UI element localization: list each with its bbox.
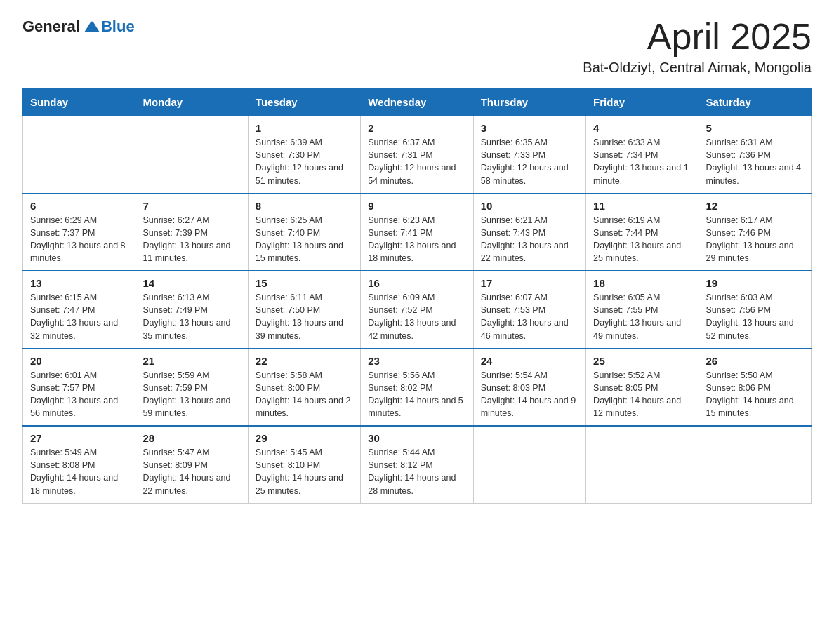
day-info: Sunrise: 6:37 AM Sunset: 7:31 PM Dayligh… <box>368 136 465 187</box>
day-info: Sunrise: 6:39 AM Sunset: 7:30 PM Dayligh… <box>256 136 353 187</box>
calendar-cell <box>699 426 811 503</box>
day-number: 30 <box>368 432 465 444</box>
calendar-cell: 26Sunrise: 5:50 AM Sunset: 8:06 PM Dayli… <box>699 349 811 427</box>
calendar-cell: 25Sunrise: 5:52 AM Sunset: 8:05 PM Dayli… <box>586 349 699 427</box>
calendar-cell: 4Sunrise: 6:33 AM Sunset: 7:34 PM Daylig… <box>586 116 699 194</box>
calendar-week-2: 6Sunrise: 6:29 AM Sunset: 7:37 PM Daylig… <box>23 194 812 271</box>
calendar-table: SundayMondayTuesdayWednesdayThursdayFrid… <box>22 88 812 504</box>
calendar-cell: 28Sunrise: 5:47 AM Sunset: 8:09 PM Dayli… <box>135 426 248 503</box>
day-info: Sunrise: 6:15 AM Sunset: 7:47 PM Dayligh… <box>30 291 128 342</box>
calendar-cell: 18Sunrise: 6:05 AM Sunset: 7:55 PM Dayli… <box>586 271 699 349</box>
logo-icon <box>81 17 101 36</box>
day-info: Sunrise: 5:47 AM Sunset: 8:09 PM Dayligh… <box>143 446 240 497</box>
day-number: 27 <box>30 432 128 444</box>
calendar-cell: 19Sunrise: 6:03 AM Sunset: 7:56 PM Dayli… <box>699 271 811 349</box>
calendar-cell: 11Sunrise: 6:19 AM Sunset: 7:44 PM Dayli… <box>586 194 699 271</box>
day-info: Sunrise: 6:19 AM Sunset: 7:44 PM Dayligh… <box>593 214 691 265</box>
day-number: 24 <box>481 355 578 367</box>
day-info: Sunrise: 6:25 AM Sunset: 7:40 PM Dayligh… <box>256 214 353 265</box>
day-number: 23 <box>368 355 465 367</box>
weekday-header-sunday: Sunday <box>23 89 135 116</box>
calendar-cell: 20Sunrise: 6:01 AM Sunset: 7:57 PM Dayli… <box>23 349 135 427</box>
day-info: Sunrise: 5:54 AM Sunset: 8:03 PM Dayligh… <box>481 369 578 420</box>
day-info: Sunrise: 6:21 AM Sunset: 7:43 PM Dayligh… <box>481 214 578 265</box>
day-info: Sunrise: 5:58 AM Sunset: 8:00 PM Dayligh… <box>256 369 353 420</box>
calendar-cell <box>23 116 135 194</box>
calendar-cell: 6Sunrise: 6:29 AM Sunset: 7:37 PM Daylig… <box>23 194 135 271</box>
day-info: Sunrise: 6:17 AM Sunset: 7:46 PM Dayligh… <box>706 214 804 265</box>
day-number: 15 <box>256 277 353 289</box>
day-number: 19 <box>706 277 804 289</box>
calendar-cell: 23Sunrise: 5:56 AM Sunset: 8:02 PM Dayli… <box>361 349 473 427</box>
day-info: Sunrise: 6:09 AM Sunset: 7:52 PM Dayligh… <box>368 291 465 342</box>
logo: General Blue <box>22 17 135 36</box>
calendar-cell: 5Sunrise: 6:31 AM Sunset: 7:36 PM Daylig… <box>699 116 811 194</box>
calendar-cell: 10Sunrise: 6:21 AM Sunset: 7:43 PM Dayli… <box>473 194 585 271</box>
calendar-cell: 29Sunrise: 5:45 AM Sunset: 8:10 PM Dayli… <box>248 426 360 503</box>
weekday-header-wednesday: Wednesday <box>361 89 473 116</box>
day-info: Sunrise: 6:07 AM Sunset: 7:53 PM Dayligh… <box>481 291 578 342</box>
day-number: 4 <box>593 122 691 134</box>
day-info: Sunrise: 6:11 AM Sunset: 7:50 PM Dayligh… <box>256 291 353 342</box>
day-info: Sunrise: 6:05 AM Sunset: 7:55 PM Dayligh… <box>593 291 691 342</box>
calendar-cell: 2Sunrise: 6:37 AM Sunset: 7:31 PM Daylig… <box>361 116 473 194</box>
weekday-header-monday: Monday <box>135 89 248 116</box>
day-info: Sunrise: 5:50 AM Sunset: 8:06 PM Dayligh… <box>706 369 804 420</box>
day-info: Sunrise: 5:56 AM Sunset: 8:02 PM Dayligh… <box>368 369 465 420</box>
day-info: Sunrise: 6:29 AM Sunset: 7:37 PM Dayligh… <box>30 214 128 265</box>
day-info: Sunrise: 6:23 AM Sunset: 7:41 PM Dayligh… <box>368 214 465 265</box>
weekday-header-friday: Friday <box>586 89 699 116</box>
day-number: 14 <box>143 277 240 289</box>
day-number: 1 <box>256 122 353 134</box>
calendar-cell: 15Sunrise: 6:11 AM Sunset: 7:50 PM Dayli… <box>248 271 360 349</box>
day-number: 18 <box>593 277 691 289</box>
calendar-cell: 12Sunrise: 6:17 AM Sunset: 7:46 PM Dayli… <box>699 194 811 271</box>
day-info: Sunrise: 6:35 AM Sunset: 7:33 PM Dayligh… <box>481 136 578 187</box>
day-info: Sunrise: 5:45 AM Sunset: 8:10 PM Dayligh… <box>256 446 353 497</box>
calendar-cell <box>586 426 699 503</box>
calendar-cell: 7Sunrise: 6:27 AM Sunset: 7:39 PM Daylig… <box>135 194 248 271</box>
day-number: 8 <box>256 200 353 212</box>
day-number: 29 <box>256 432 353 444</box>
day-info: Sunrise: 6:33 AM Sunset: 7:34 PM Dayligh… <box>593 136 691 187</box>
day-info: Sunrise: 6:01 AM Sunset: 7:57 PM Dayligh… <box>30 369 128 420</box>
calendar-week-3: 13Sunrise: 6:15 AM Sunset: 7:47 PM Dayli… <box>23 271 812 349</box>
day-info: Sunrise: 5:59 AM Sunset: 7:59 PM Dayligh… <box>143 369 240 420</box>
weekday-header-tuesday: Tuesday <box>248 89 360 116</box>
calendar-header: SundayMondayTuesdayWednesdayThursdayFrid… <box>23 89 812 116</box>
day-number: 28 <box>143 432 240 444</box>
weekday-header-saturday: Saturday <box>699 89 811 116</box>
day-info: Sunrise: 5:52 AM Sunset: 8:05 PM Dayligh… <box>593 369 691 420</box>
day-number: 16 <box>368 277 465 289</box>
day-number: 20 <box>30 355 128 367</box>
day-info: Sunrise: 5:44 AM Sunset: 8:12 PM Dayligh… <box>368 446 465 497</box>
day-number: 6 <box>30 200 128 212</box>
day-number: 2 <box>368 122 465 134</box>
day-info: Sunrise: 6:03 AM Sunset: 7:56 PM Dayligh… <box>706 291 804 342</box>
day-info: Sunrise: 6:13 AM Sunset: 7:49 PM Dayligh… <box>143 291 240 342</box>
logo-blue: Blue <box>101 18 135 36</box>
calendar-week-5: 27Sunrise: 5:49 AM Sunset: 8:08 PM Dayli… <box>23 426 812 503</box>
calendar-cell <box>135 116 248 194</box>
page-subtitle: Bat-Oldziyt, Central Aimak, Mongolia <box>583 60 812 76</box>
weekday-row: SundayMondayTuesdayWednesdayThursdayFrid… <box>23 89 812 116</box>
weekday-header-thursday: Thursday <box>473 89 585 116</box>
day-info: Sunrise: 6:31 AM Sunset: 7:36 PM Dayligh… <box>706 136 804 187</box>
day-number: 7 <box>143 200 240 212</box>
title-block: April 2025 Bat-Oldziyt, Central Aimak, M… <box>583 17 812 76</box>
calendar-cell: 9Sunrise: 6:23 AM Sunset: 7:41 PM Daylig… <box>361 194 473 271</box>
calendar-cell: 24Sunrise: 5:54 AM Sunset: 8:03 PM Dayli… <box>473 349 585 427</box>
calendar-cell: 3Sunrise: 6:35 AM Sunset: 7:33 PM Daylig… <box>473 116 585 194</box>
day-number: 9 <box>368 200 465 212</box>
calendar-cell: 14Sunrise: 6:13 AM Sunset: 7:49 PM Dayli… <box>135 271 248 349</box>
calendar-week-1: 1Sunrise: 6:39 AM Sunset: 7:30 PM Daylig… <box>23 116 812 194</box>
day-number: 17 <box>481 277 578 289</box>
day-number: 5 <box>706 122 804 134</box>
calendar-cell: 16Sunrise: 6:09 AM Sunset: 7:52 PM Dayli… <box>361 271 473 349</box>
calendar-body: 1Sunrise: 6:39 AM Sunset: 7:30 PM Daylig… <box>23 116 812 503</box>
day-number: 13 <box>30 277 128 289</box>
page-title: April 2025 <box>583 17 812 57</box>
calendar-cell: 8Sunrise: 6:25 AM Sunset: 7:40 PM Daylig… <box>248 194 360 271</box>
day-number: 10 <box>481 200 578 212</box>
calendar-cell: 30Sunrise: 5:44 AM Sunset: 8:12 PM Dayli… <box>361 426 473 503</box>
